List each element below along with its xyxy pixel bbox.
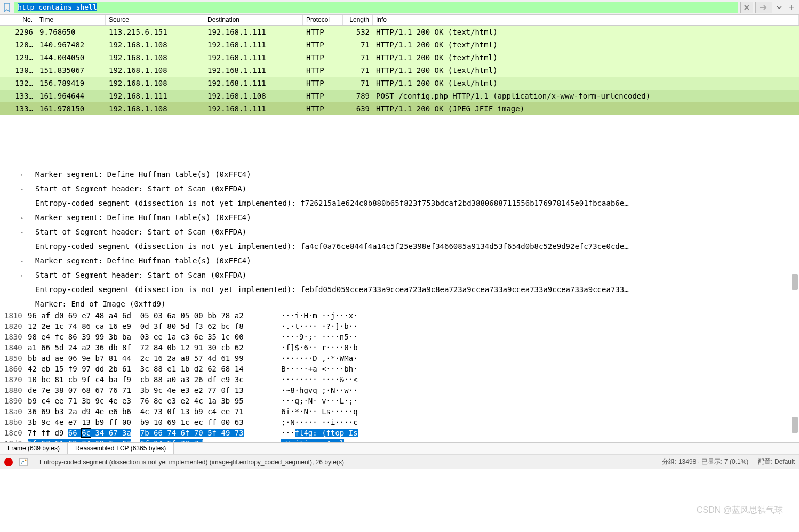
chevron-right-icon[interactable]: ▸	[20, 212, 23, 224]
hex-line[interactable]: 18a036 69 b3 2a d9 4e e6 b6 4c 73 0f 13 …	[0, 406, 799, 417]
packet-row[interactable]: 133…161.978150192.168.1.108192.168.1.111…	[0, 102, 799, 115]
chevron-right-icon[interactable]: ▸	[20, 255, 23, 267]
chevron-right-icon[interactable]: ▸	[20, 183, 23, 195]
col-info[interactable]: Info	[373, 15, 799, 25]
bytes-tabs: Frame (639 bytes) Reassembled TCP (6365 …	[0, 442, 799, 454]
status-bar: Entropy-coded segment (dissection is not…	[0, 454, 799, 469]
chevron-right-icon[interactable]: ▸	[20, 226, 23, 238]
col-length[interactable]: Length	[343, 15, 373, 25]
scrollbar-thumb[interactable]	[792, 417, 798, 433]
col-destination[interactable]: Destination	[204, 15, 303, 25]
hex-line[interactable]: 18d05f 57 61 69 74 69 6e 67 5f 34 5f 79 …	[0, 438, 799, 442]
tree-item[interactable]: Entropy-coded segment (dissection is not…	[0, 239, 799, 254]
tree-item[interactable]: ▸Start of Segment header: Start of Scan …	[0, 225, 799, 239]
tree-item[interactable]: ▸Marker segment: Define Huffman table(s)…	[0, 211, 799, 225]
hex-line[interactable]: 182012 2e 1c 74 86 ca 16 e9 0d 3f 80 5d …	[0, 321, 799, 332]
filter-toolbar: http contains shell +	[0, 0, 799, 15]
col-protocol[interactable]: Protocol	[303, 15, 343, 25]
tree-item[interactable]: Marker: End of Image (0xffd9)	[0, 297, 799, 310]
col-source[interactable]: Source	[106, 15, 204, 25]
chevron-right-icon[interactable]: ▸	[20, 168, 23, 181]
col-time[interactable]: Time	[36, 15, 106, 25]
packet-list-header: No. Time Source Destination Protocol Len…	[0, 15, 799, 26]
status-profile[interactable]: 配置: Default	[758, 457, 795, 466]
scrollbar-thumb[interactable]	[792, 274, 798, 290]
display-filter-input[interactable]: http contains shell	[14, 2, 738, 13]
hex-line[interactable]: 187010 bc 81 cb 9f c4 ba f9 cb 88 a0 a3 …	[0, 374, 799, 385]
tree-item[interactable]: Entropy-coded segment (dissection is not…	[0, 283, 799, 297]
status-packets: 分组: 13498 · 已显示: 7 (0.1%)	[662, 457, 748, 466]
packet-row[interactable]: 22969.768650113.215.6.151192.168.1.111HT…	[0, 26, 799, 38]
packet-row[interactable]: 133…161.964644192.168.1.111192.168.1.108…	[0, 90, 799, 102]
tree-item[interactable]: ▸Marker segment: Define Huffman table(s)…	[0, 167, 799, 182]
hex-line[interactable]: 181096 af d0 69 e7 48 a4 6d 05 03 6a 05 …	[0, 310, 799, 321]
status-field-text: Entropy-coded segment (dissection is not…	[34, 458, 657, 466]
hex-line[interactable]: 18b03b 9c 4e e7 13 b9 ff 00 b9 10 69 1c …	[0, 417, 799, 428]
tab-frame[interactable]: Frame (639 bytes)	[0, 443, 68, 454]
hex-line[interactable]: 18c07f ff d9 66 6c 34 67 3a 7b 66 74 6f …	[0, 428, 799, 438]
hex-line[interactable]: 1850bb ad ae 06 9e b7 81 44 2c 16 2a a8 …	[0, 353, 799, 364]
hex-line[interactable]: 183098 e4 fc 86 39 99 3b ba 03 ee 1a c3 …	[0, 332, 799, 342]
bookmark-icon[interactable]	[2, 2, 12, 13]
filter-history-dropdown[interactable]	[774, 2, 784, 13]
tree-item[interactable]: Entropy-coded segment (dissection is not…	[0, 196, 799, 211]
tree-item[interactable]: ▸Start of Segment header: Start of Scan …	[0, 182, 799, 196]
packet-row[interactable]: 128…140.967482192.168.1.108192.168.1.111…	[0, 38, 799, 51]
hex-line[interactable]: 1880de 7e 38 07 68 67 76 71 3b 9c 4e e3 …	[0, 385, 799, 396]
col-no[interactable]: No.	[0, 15, 36, 25]
hex-line[interactable]: 1840a1 66 5d 24 a2 36 db 8f 72 84 0b 12 …	[0, 342, 799, 353]
packet-bytes-pane[interactable]: 181096 af d0 69 e7 48 a4 6d 05 03 6a 05 …	[0, 310, 799, 442]
packet-row[interactable]: 129…144.004050192.168.1.108192.168.1.111…	[0, 51, 799, 64]
hex-line[interactable]: 1890b9 c4 ee 71 3b 9c 4e e3 76 8e e3 e2 …	[0, 396, 799, 406]
tab-reassembled[interactable]: Reassembled TCP (6365 bytes)	[68, 443, 174, 454]
edit-icon[interactable]	[18, 457, 29, 467]
add-filter-button[interactable]: +	[786, 2, 797, 13]
tree-item[interactable]: ▸Marker segment: Define Huffman table(s)…	[0, 254, 799, 268]
packet-row[interactable]: 132…156.789419192.168.1.108192.168.1.111…	[0, 77, 799, 90]
chevron-right-icon[interactable]: ▸	[20, 269, 23, 281]
clear-filter-button[interactable]	[740, 2, 753, 13]
apply-filter-button[interactable]	[755, 2, 772, 13]
packet-row[interactable]: 130…151.835067192.168.1.108192.168.1.111…	[0, 64, 799, 77]
packet-details-pane[interactable]: ▸Marker segment: Define Huffman table(s)…	[0, 167, 799, 310]
tree-item[interactable]: ▸Start of Segment header: Start of Scan …	[0, 268, 799, 283]
svg-point-1	[25, 459, 27, 461]
hex-line[interactable]: 186042 eb 15 f9 97 dd 2b 61 3c 88 e1 1b …	[0, 364, 799, 374]
packet-list-pane[interactable]: No. Time Source Destination Protocol Len…	[0, 15, 799, 167]
expert-info-icon[interactable]	[4, 458, 13, 466]
